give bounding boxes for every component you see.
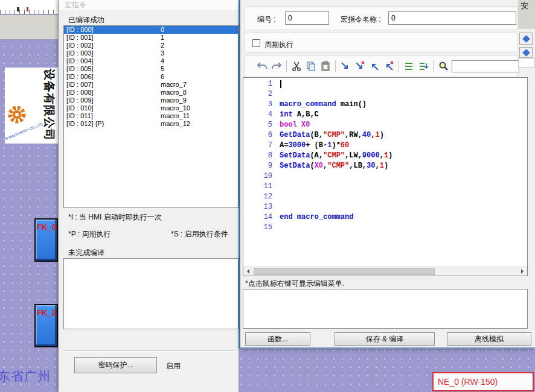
bookmark-clear-button[interactable] <box>382 58 396 74</box>
note-condition: *S : 启用执行条件 <box>171 229 228 239</box>
functions-button[interactable]: 函数... <box>245 332 310 346</box>
code-line[interactable]: GetData(B,"CMP",RW,40,1) <box>280 130 392 141</box>
macro-item-name: macro_12 <box>161 120 190 127</box>
periodic-checkbox[interactable] <box>252 39 260 47</box>
find-text-input[interactable] <box>452 60 519 72</box>
horizontal-scrollbar[interactable] <box>243 267 527 276</box>
macro-item-id: [ID : 010] <box>66 104 161 112</box>
compile-message-box <box>243 289 528 329</box>
line-number: 10 <box>243 171 275 182</box>
header-panel: 编号 : 宏指令名称 : <box>245 6 518 30</box>
undo-button[interactable] <box>255 58 269 74</box>
bookmark-clear-icon <box>383 60 395 72</box>
editor-hint: *点击鼠标右键可显示编辑菜单. <box>245 279 344 289</box>
goto-line-icon <box>417 60 429 72</box>
bookmark-prev-button[interactable] <box>367 58 382 74</box>
macro-list-item[interactable]: [ID : 005]5 <box>64 65 238 73</box>
code-area[interactable]: macro_command main()int A,B,Cbool X0GetD… <box>280 79 392 233</box>
line-number: 11 <box>243 182 275 192</box>
macro-item-id: [ID : 007] <box>66 81 161 89</box>
periodic-panel: 周期执行 <box>245 33 518 52</box>
macro-item-name: 1 <box>161 34 164 41</box>
macro-item-id: [ID : 006] <box>66 73 161 81</box>
left-arrow-icon <box>247 269 249 274</box>
bookmark-next-button[interactable] <box>353 58 367 74</box>
macro-list-item[interactable]: [ID : 004]4 <box>64 57 238 65</box>
bookmark-toggle-icon <box>339 60 351 72</box>
macro-id-input[interactable] <box>285 11 329 25</box>
save-compile-button[interactable]: 保存 & 编译 <box>335 332 435 346</box>
scrollbar-thumb[interactable] <box>254 268 435 275</box>
code-line[interactable] <box>280 223 392 233</box>
macro-name-label: 宏指令名称 : <box>341 14 381 25</box>
goto-line-button[interactable] <box>416 58 431 74</box>
macro-item-id: [ID : 004] <box>66 57 161 65</box>
code-line[interactable]: bool X0 <box>280 120 392 130</box>
code-editor[interactable]: 123456789101112131415 macro_command main… <box>243 77 528 276</box>
code-line[interactable]: macro_command main() <box>280 100 392 110</box>
hmi-object-fk2-button[interactable]: FK_2... <box>34 304 58 347</box>
code-line[interactable]: A=3000+ (B-1)*60 <box>280 141 392 151</box>
code-line[interactable]: SetData(A,"CMP",LW,9000,1) <box>280 151 392 161</box>
background-tool-button[interactable] <box>519 47 533 58</box>
macro-item-id: [ID : 012] {P} <box>66 120 161 128</box>
copy-button[interactable] <box>304 58 318 74</box>
periodic-checkbox-label: 周期执行 <box>264 40 293 50</box>
macro-list-item[interactable]: [ID : 001]1 <box>64 34 238 42</box>
line-number: 9 <box>243 161 275 171</box>
code-line[interactable]: SetData(X0,"CMP",LB,30,1) <box>280 161 392 171</box>
line-number: 8 <box>243 151 275 161</box>
macro-list-item[interactable]: [ID : 009]macro_9 <box>64 96 238 104</box>
code-line[interactable] <box>280 79 392 89</box>
line-number: 3 <box>243 100 275 110</box>
dialog-title: 宏指令 <box>59 0 239 10</box>
code-line[interactable] <box>280 192 392 202</box>
macro-item-id: [ID : 008] <box>66 89 161 96</box>
toolbar-separator <box>286 60 287 72</box>
bookmark-prev-icon <box>368 60 380 72</box>
offline-simulation-button[interactable]: 离线模拟 <box>447 332 531 346</box>
code-line[interactable] <box>280 182 392 192</box>
scroll-right-button[interactable] <box>517 267 527 276</box>
code-line[interactable] <box>280 171 392 182</box>
ruler-marker-red <box>27 7 28 11</box>
macro-list-item[interactable]: [ID : 006]6 <box>64 73 238 81</box>
code-line[interactable]: end macro_command <box>280 212 392 223</box>
find-button[interactable] <box>436 58 450 74</box>
code-line[interactable] <box>280 202 392 212</box>
hmi-object-fk0-button[interactable]: FK_0... <box>34 218 58 262</box>
macro-item-name: 0 <box>161 26 164 33</box>
macro-item-id: [ID : 001] <box>66 34 161 42</box>
line-number-gutter: 123456789101112131415 <box>243 79 275 233</box>
macro-item-name: 3 <box>161 49 164 57</box>
line-number: 14 <box>243 212 275 223</box>
macro-list-item[interactable]: [ID : 002]2 <box>64 42 238 49</box>
cut-button[interactable] <box>289 58 304 74</box>
macro-list-item[interactable]: [ID : 012] {P}macro_12 <box>64 120 238 128</box>
uncompiled-label: 未完成编译 <box>68 248 104 258</box>
background-tool-button[interactable] <box>519 33 533 45</box>
macro-name-input[interactable] <box>388 11 516 25</box>
macro-list-item[interactable]: [ID : 011]macro_11 <box>64 112 238 120</box>
list-lines-button[interactable] <box>402 58 416 74</box>
password-protect-button[interactable]: 密码保护... <box>74 357 157 373</box>
bookmark-toggle-button[interactable] <box>338 58 353 74</box>
macro-list-item[interactable]: [ID : 007]macro_7 <box>64 81 238 89</box>
uncompiled-list[interactable] <box>63 258 239 329</box>
hmi-object-ne-tag[interactable]: NE_0 (RW-150) <box>432 372 534 391</box>
macro-item-id: [ID : 002] <box>66 42 161 49</box>
redo-button[interactable] <box>269 58 284 74</box>
paste-button[interactable] <box>318 58 333 74</box>
macro-list-item[interactable]: [ID : 003]3 <box>64 49 238 57</box>
hmi-canvas-text: 东省广州 <box>0 368 51 385</box>
macro-item-id: [ID : 005] <box>66 65 161 73</box>
code-line[interactable]: int A,B,C <box>280 110 392 120</box>
toolbar-separator <box>335 60 336 72</box>
macro-list-item[interactable]: [ID : 008]macro_8 <box>64 89 238 96</box>
macro-list-item[interactable]: [ID : 000]0 <box>64 26 238 34</box>
code-line[interactable] <box>280 89 392 100</box>
macro-list-item[interactable]: [ID : 010]macro_10 <box>64 104 238 112</box>
ruler <box>0 0 58 14</box>
macro-list[interactable]: [ID : 000]0[ID : 001]1[ID : 002]2[ID : 0… <box>63 25 239 208</box>
scroll-left-button[interactable] <box>243 267 253 276</box>
